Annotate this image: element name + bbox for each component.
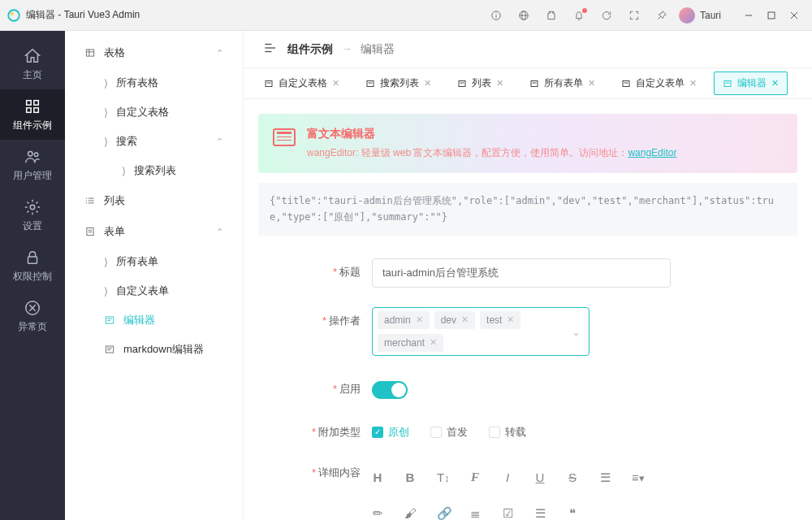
username: Tauri bbox=[700, 10, 721, 21]
maximize-button[interactable] bbox=[760, 4, 783, 27]
svg-rect-35 bbox=[106, 317, 113, 323]
check-icon[interactable]: ☑ bbox=[502, 506, 513, 520]
window-title: 编辑器 - Tauri Vue3 Admin bbox=[26, 8, 140, 22]
remove-tag-icon[interactable]: ✕ bbox=[416, 314, 423, 325]
highlight-icon[interactable]: 🖌 bbox=[404, 506, 416, 520]
sidebar-group-form[interactable]: 表单 ⌃ bbox=[65, 216, 243, 247]
quote-icon[interactable]: ❝ bbox=[567, 506, 578, 520]
close-icon[interactable]: ✕ bbox=[496, 78, 503, 89]
svg-point-17 bbox=[34, 152, 38, 156]
minimize-button[interactable] bbox=[737, 4, 760, 27]
app-icon[interactable] bbox=[546, 10, 557, 21]
svg-rect-14 bbox=[27, 107, 32, 112]
svg-rect-44 bbox=[266, 80, 272, 86]
svg-rect-32 bbox=[87, 228, 93, 235]
close-icon[interactable]: ✕ bbox=[588, 78, 595, 89]
emoji-icon[interactable]: ☰ bbox=[534, 506, 546, 520]
bold-icon[interactable]: B bbox=[404, 470, 416, 485]
sidebar-search-list[interactable]: ⟩搜索列表 bbox=[65, 156, 243, 185]
svg-rect-15 bbox=[34, 107, 39, 112]
svg-point-29 bbox=[86, 198, 87, 199]
sidebar: 表格 ⌃ ⟩所有表格 ⟩自定义表格 ⟩搜索⌃ ⟩搜索列表 列表 表单 ⌃ ⟩所有… bbox=[65, 31, 244, 520]
banner-title: 富文本编辑器 bbox=[307, 127, 676, 141]
role-tag: admin ✕ bbox=[378, 311, 430, 329]
fontfamily-icon[interactable]: F bbox=[469, 470, 481, 485]
align-icon[interactable]: ≡▾ bbox=[632, 470, 643, 485]
fontsize-icon[interactable]: T↕ bbox=[437, 470, 448, 485]
svg-rect-19 bbox=[28, 257, 37, 263]
sidebar-all-forms[interactable]: ⟩所有表单 bbox=[65, 247, 243, 276]
svg-rect-54 bbox=[724, 80, 731, 86]
tab[interactable]: 编辑器✕ bbox=[714, 72, 788, 95]
close-icon[interactable]: ✕ bbox=[332, 78, 339, 89]
svg-rect-13 bbox=[34, 100, 39, 105]
tab[interactable]: 所有表单✕ bbox=[520, 72, 604, 95]
menu-toggle-icon[interactable] bbox=[263, 41, 278, 58]
json-preview: {"title":"tauri-admin后台管理系统","role":["ad… bbox=[258, 183, 797, 236]
sidebar-group-tables[interactable]: 表格 ⌃ bbox=[65, 37, 243, 68]
svg-point-0 bbox=[8, 10, 19, 21]
close-icon[interactable]: ✕ bbox=[424, 78, 431, 89]
form: *标题 *操作者 admin ✕dev ✕test ✕merchant ✕⌄ *… bbox=[258, 258, 797, 520]
remove-tag-icon[interactable]: ✕ bbox=[507, 314, 514, 325]
sidebar-editor[interactable]: 编辑器 bbox=[65, 306, 243, 335]
list-icon[interactable]: ≣ bbox=[469, 506, 481, 520]
rail-permission[interactable]: 权限控制 bbox=[0, 240, 65, 291]
checkbox[interactable]: 转载 bbox=[489, 425, 526, 440]
globe-icon[interactable] bbox=[518, 10, 529, 21]
bell-icon[interactable] bbox=[573, 10, 585, 21]
close-icon[interactable]: ✕ bbox=[771, 78, 779, 89]
window-controls bbox=[737, 4, 806, 27]
italic-icon[interactable]: I bbox=[502, 470, 513, 485]
remove-tag-icon[interactable]: ✕ bbox=[430, 337, 437, 348]
checkbox[interactable]: 首发 bbox=[430, 425, 468, 440]
checkbox[interactable]: ✓原创 bbox=[372, 425, 409, 440]
rail-users[interactable]: 用户管理 bbox=[0, 140, 65, 190]
underline-icon[interactable]: U bbox=[534, 470, 546, 485]
svg-rect-12 bbox=[27, 100, 32, 105]
strike-icon[interactable]: S bbox=[567, 470, 578, 485]
sidebar-search[interactable]: ⟩搜索⌃ bbox=[65, 127, 243, 156]
indent-icon[interactable]: ☰ bbox=[599, 470, 611, 485]
chevron-up-icon: ⌃ bbox=[216, 227, 223, 237]
svg-point-1 bbox=[11, 11, 14, 15]
svg-point-16 bbox=[28, 151, 33, 156]
svg-rect-48 bbox=[459, 80, 465, 86]
svg-rect-50 bbox=[531, 80, 538, 86]
tabs: 自定义表格✕搜索列表✕列表✕所有表单✕自定义表单✕编辑器✕ bbox=[244, 68, 812, 99]
sidebar-markdown[interactable]: markdown编辑器 bbox=[65, 335, 243, 364]
main-content: 富文本编辑器 wangEditor: 轻量级 web 富文本编辑器，配置方便，使… bbox=[244, 99, 812, 520]
remove-tag-icon[interactable]: ✕ bbox=[461, 314, 469, 325]
sidebar-custom-table[interactable]: ⟩自定义表格 bbox=[65, 98, 243, 127]
heading-icon[interactable]: H bbox=[372, 470, 383, 485]
user-menu[interactable]: Tauri bbox=[679, 7, 721, 24]
title-input[interactable] bbox=[372, 258, 671, 288]
color-icon[interactable]: ✏ bbox=[372, 506, 383, 520]
sidebar-custom-form[interactable]: ⟩自定义表单 bbox=[65, 276, 243, 306]
banner-link[interactable]: wangEditor bbox=[628, 147, 676, 158]
rail-errors[interactable]: 异常页 bbox=[0, 291, 65, 341]
enable-switch[interactable] bbox=[372, 381, 408, 399]
tab[interactable]: 自定义表单✕ bbox=[612, 72, 706, 95]
close-button[interactable] bbox=[783, 4, 806, 27]
rail-home[interactable]: 主页 bbox=[0, 39, 65, 89]
titlebar: 编辑器 - Tauri Vue3 Admin Tauri bbox=[0, 0, 812, 31]
sidebar-all-tables[interactable]: ⟩所有表格 bbox=[65, 68, 243, 98]
tab[interactable]: 列表✕ bbox=[448, 72, 512, 95]
rail-components[interactable]: 组件示例 bbox=[0, 89, 65, 140]
tab[interactable]: 自定义表格✕ bbox=[255, 72, 348, 95]
sidebar-group-list[interactable]: 列表 bbox=[65, 185, 243, 216]
role-multiselect[interactable]: admin ✕dev ✕test ✕merchant ✕⌄ bbox=[372, 307, 590, 356]
expand-icon[interactable] bbox=[628, 10, 640, 21]
tab[interactable]: 搜索列表✕ bbox=[356, 72, 440, 95]
chevron-up-icon: ⌃ bbox=[216, 136, 223, 147]
rail-settings[interactable]: 设置 bbox=[0, 190, 65, 240]
svg-rect-23 bbox=[86, 50, 93, 56]
titlebar-actions bbox=[490, 10, 667, 21]
link-icon[interactable]: 🔗 bbox=[437, 506, 448, 520]
chevron-down-icon[interactable]: ⌄ bbox=[572, 325, 581, 337]
info-icon[interactable] bbox=[490, 10, 502, 21]
refresh-icon[interactable] bbox=[601, 10, 612, 21]
pin-icon[interactable] bbox=[656, 10, 667, 21]
close-icon[interactable]: ✕ bbox=[689, 78, 697, 89]
